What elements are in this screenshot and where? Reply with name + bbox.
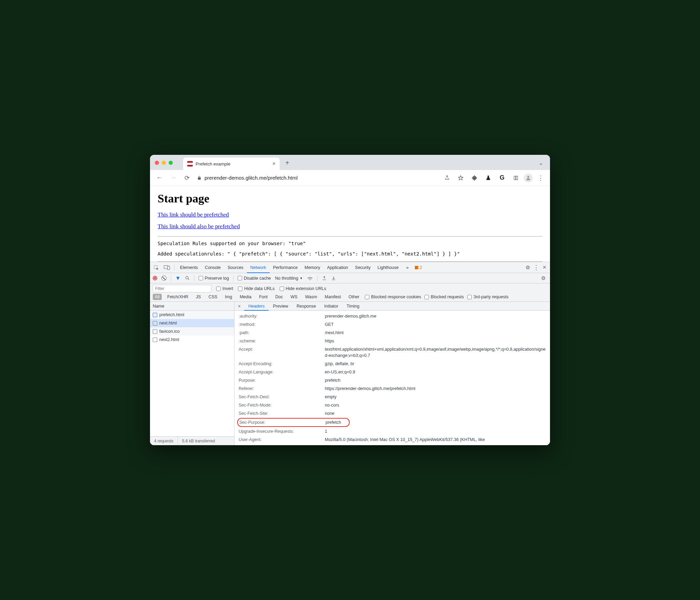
maximize-window-button[interactable] — [169, 161, 173, 165]
prefetch-link-1[interactable]: This link should be prefetched — [158, 211, 229, 218]
labs-icon[interactable] — [482, 172, 494, 184]
network-settings-icon[interactable]: ⚙ — [539, 272, 547, 284]
type-chip-other[interactable]: Other — [347, 294, 361, 300]
divider — [158, 236, 542, 237]
download-har-icon[interactable] — [331, 276, 336, 281]
device-toolbar-icon[interactable] — [162, 265, 172, 270]
filter-toggle-icon[interactable]: ▼ — [175, 275, 181, 281]
extensions-icon[interactable] — [469, 172, 480, 184]
url-text: prerender-demos.glitch.me/prefetch.html — [204, 175, 298, 181]
panel-tab-sources[interactable]: Sources — [224, 262, 247, 273]
panel-tab-performance[interactable]: Performance — [270, 262, 301, 273]
prefetch-link-2[interactable]: This link should also be prefetched — [158, 223, 240, 230]
type-chip-font[interactable]: Font — [257, 294, 270, 300]
more-panels-button[interactable]: » — [403, 262, 412, 273]
header-name: :authority: — [239, 313, 325, 319]
clear-button[interactable] — [161, 276, 167, 281]
header-row: :method:GET — [234, 320, 550, 329]
hide-data-urls-checkbox[interactable]: Hide data URLs — [238, 286, 274, 291]
type-chip-css[interactable]: CSS — [207, 294, 220, 300]
close-devtools-icon[interactable]: × — [540, 262, 549, 273]
share-icon[interactable] — [441, 172, 453, 184]
issues-badge[interactable]: 2 — [413, 265, 424, 270]
record-button[interactable] — [153, 276, 157, 280]
extension-icons: G ⋮ — [441, 172, 547, 184]
panel-tab-elements[interactable]: Elements — [177, 262, 201, 273]
header-row: User-Agent:Mozilla/5.0 (Macintosh; Intel… — [234, 436, 550, 444]
detail-tab-response[interactable]: Response — [292, 302, 320, 311]
type-chip-doc[interactable]: Doc — [273, 294, 285, 300]
back-button[interactable]: ← — [153, 172, 165, 184]
header-value: https://prerender-demos.glitch.me/prefet… — [325, 386, 416, 392]
panel-tab-console[interactable]: Console — [201, 262, 224, 273]
blocked-cookies-checkbox[interactable]: Blocked response cookies — [365, 294, 421, 299]
type-chip-js[interactable]: JS — [194, 294, 203, 300]
transferred-size: 5.6 kB transferred — [178, 437, 219, 445]
request-row[interactable]: next2.html — [150, 336, 234, 344]
type-chip-fetch-xhr[interactable]: Fetch/XHR — [165, 294, 190, 300]
google-icon[interactable]: G — [496, 172, 508, 184]
third-party-checkbox[interactable]: 3rd-party requests — [467, 294, 508, 299]
element-picker-icon[interactable] — [151, 265, 161, 270]
panel-tab-network[interactable]: Network — [247, 262, 270, 273]
search-icon[interactable] — [185, 276, 190, 281]
hide-extension-urls-checkbox[interactable]: Hide extension URLs — [280, 286, 326, 291]
type-chip-ws[interactable]: WS — [288, 294, 299, 300]
close-detail-icon[interactable]: × — [234, 303, 244, 309]
reading-list-icon[interactable] — [510, 172, 522, 184]
request-row[interactable]: favicon.ico — [150, 327, 234, 336]
browser-tab[interactable]: Prefetch example × — [183, 158, 280, 170]
panel-tab-lighthouse[interactable]: Lighthouse — [374, 262, 402, 273]
minimize-window-button[interactable] — [162, 161, 166, 165]
new-tab-button[interactable]: + — [282, 159, 292, 167]
devtools-menu-icon[interactable]: ⋮ — [533, 262, 540, 273]
upload-har-icon[interactable] — [322, 276, 327, 281]
header-row: Accept-Encoding:gzip, deflate, br — [234, 360, 550, 368]
blocked-requests-checkbox[interactable]: Blocked requests — [424, 294, 464, 299]
request-row[interactable]: next.html — [150, 319, 234, 327]
type-chip-wasm[interactable]: Wasm — [303, 294, 319, 300]
request-row[interactable]: prefetch.html — [150, 311, 234, 319]
invert-checkbox[interactable]: Invert — [216, 286, 233, 291]
panel-tab-memory[interactable]: Memory — [301, 262, 323, 273]
close-window-button[interactable] — [155, 161, 159, 165]
forward-button[interactable]: → — [167, 172, 179, 184]
file-icon — [153, 321, 157, 326]
bookmark-icon[interactable] — [455, 172, 467, 184]
settings-icon[interactable]: ⚙ — [523, 262, 532, 273]
header-value: none — [325, 410, 334, 417]
svg-rect-5 — [168, 266, 170, 270]
panel-tab-application[interactable]: Application — [323, 262, 351, 273]
type-chip-all[interactable]: All — [153, 294, 162, 300]
detail-tab-preview[interactable]: Preview — [269, 302, 292, 311]
detail-tab-initiator[interactable]: Initiator — [320, 302, 342, 311]
close-tab-icon[interactable]: × — [272, 161, 276, 167]
type-chip-manifest[interactable]: Manifest — [323, 294, 343, 300]
divider — [194, 275, 194, 281]
header-value: Mozilla/5.0 (Macintosh; Intel Mac OS X 1… — [325, 437, 485, 443]
address-bar[interactable]: prerender-demos.glitch.me/prefetch.html — [195, 175, 439, 181]
panel-tab-security[interactable]: Security — [352, 262, 374, 273]
header-row: Sec-Fetch-Mode:no-cors — [234, 401, 550, 409]
preserve-log-checkbox[interactable]: Preserve log — [199, 276, 229, 281]
profile-avatar[interactable] — [524, 173, 533, 182]
status-bar: 4 requests 5.6 kB transferred — [150, 436, 234, 445]
throttling-select[interactable]: No throttling ▼ — [275, 276, 303, 281]
header-value: no-cors — [325, 402, 339, 408]
detail-tab-timing[interactable]: Timing — [342, 302, 363, 311]
type-chip-img[interactable]: Img — [223, 294, 234, 300]
disable-cache-checkbox[interactable]: Disable cache — [238, 276, 271, 281]
network-conditions-icon[interactable] — [307, 276, 313, 281]
name-column-header[interactable]: Name — [150, 302, 234, 311]
detail-tab-headers[interactable]: Headers — [244, 302, 269, 311]
filter-input[interactable] — [153, 285, 211, 292]
lock-icon — [197, 176, 202, 180]
header-row: Sec-Fetch-Site:none — [234, 409, 550, 418]
menu-icon[interactable]: ⋮ — [535, 172, 547, 184]
svg-point-2 — [527, 176, 529, 178]
file-icon — [153, 329, 157, 334]
network-body: Name prefetch.htmlnext.htmlfavicon.icone… — [150, 302, 550, 445]
reload-button[interactable]: ⟳ — [181, 172, 193, 184]
tab-overflow-button[interactable]: ⌄ — [539, 160, 543, 166]
type-chip-media[interactable]: Media — [238, 294, 253, 300]
